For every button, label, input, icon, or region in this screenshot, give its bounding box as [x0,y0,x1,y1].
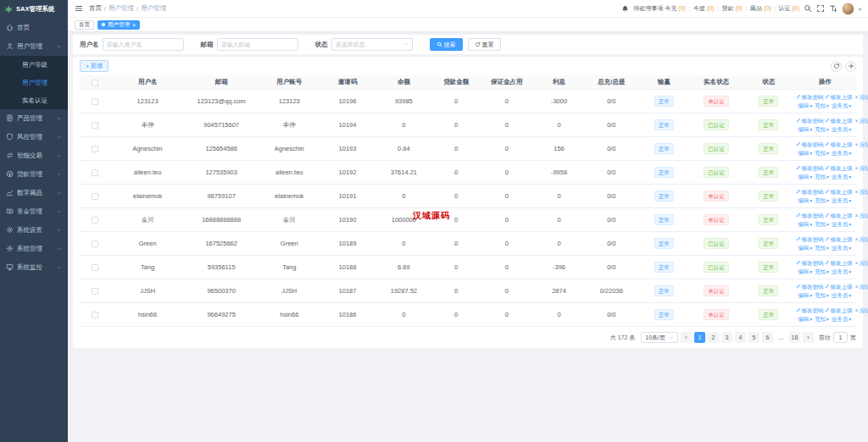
tag-close-icon[interactable]: × [132,22,136,28]
action-edit[interactable]: 编辑 [798,292,809,298]
action-recharge-deduct[interactable]: 充扣 [815,197,826,203]
font-size-icon[interactable] [829,4,837,13]
fullscreen-icon[interactable] [816,4,825,13]
action-change-password[interactable]: 修改密码 [802,94,824,100]
action-edit[interactable]: 编辑 [798,102,809,108]
action-salesman[interactable]: 业务员 [832,221,849,227]
action-freeze[interactable]: 冻结 [859,165,868,171]
sidebar-item[interactable]: 系统管理 [0,240,68,258]
refresh-icon[interactable] [831,61,842,72]
sidebar-item[interactable]: 风控管理 [0,128,68,146]
sidebar-item[interactable]: 首页 [0,19,68,37]
action-edit[interactable]: 编辑 [798,316,809,322]
row-checkbox[interactable] [92,146,98,152]
sidebar-item[interactable]: 资金管理 [0,202,68,221]
action-edit[interactable]: 编辑 [798,268,809,274]
action-salesman[interactable]: 业务员 [832,268,849,274]
action-salesman[interactable]: 业务员 [832,245,849,251]
search-button[interactable]: 搜索 [430,38,463,51]
sidebar-item[interactable]: 产品管理 [0,109,68,128]
action-edit[interactable]: 编辑 [798,174,809,180]
page-button[interactable]: 6 [762,332,773,343]
action-recharge-deduct[interactable]: 充扣 [815,292,826,298]
action-salesman[interactable]: 业务员 [832,316,849,322]
select-all-checkbox[interactable] [92,80,98,86]
action-change-parent[interactable]: 修改上级 [831,284,853,290]
sidebar-item[interactable]: 系统监控 [0,258,68,277]
action-freeze[interactable]: 冻结 [859,236,868,242]
action-change-password[interactable]: 修改密码 [802,236,824,242]
row-checkbox[interactable] [92,217,98,224]
action-change-password[interactable]: 修改密码 [802,260,824,266]
action-freeze[interactable]: 冻结 [859,118,868,124]
username-filter-input[interactable] [103,38,184,51]
action-salesman[interactable]: 业务员 [832,102,849,108]
action-freeze[interactable]: 冻结 [859,307,868,313]
sidebar-subitem[interactable]: 实名认证 [0,91,68,109]
row-checkbox[interactable] [92,122,98,129]
add-button[interactable]: + 新增 [80,60,108,72]
page-size-select[interactable]: 10条/页 [641,332,678,343]
reset-button[interactable]: 重置 [468,38,501,51]
action-freeze[interactable]: 冻结 [859,260,868,266]
breadcrumb-item[interactable]: 首页 [89,4,102,13]
action-recharge-deduct[interactable]: 充扣 [815,174,826,180]
row-checkbox[interactable] [92,240,98,247]
user-avatar[interactable] [842,3,854,15]
action-recharge-deduct[interactable]: 充扣 [815,126,826,132]
action-edit[interactable]: 编辑 [798,126,809,132]
action-change-password[interactable]: 修改密码 [802,118,824,124]
action-edit[interactable]: 编辑 [798,245,809,251]
action-freeze[interactable]: 冻结 [859,213,868,218]
action-freeze[interactable]: 冻结 [859,189,868,195]
action-salesman[interactable]: 业务员 [832,292,849,298]
email-filter-input[interactable] [217,38,298,51]
page-button[interactable]: 3 [721,332,732,343]
search-icon[interactable] [804,4,812,13]
page-button[interactable]: 2 [708,332,719,343]
page-button[interactable]: 5 [748,332,760,343]
sidebar-item[interactable]: 用户管理 [0,37,68,56]
action-salesman[interactable]: 业务员 [832,174,849,180]
sidebar-item[interactable]: 贷款管理 [0,165,68,184]
action-freeze[interactable]: 冻结 [859,94,868,100]
action-salesman[interactable]: 业务员 [832,126,849,132]
action-change-password[interactable]: 修改密码 [802,165,824,171]
action-recharge-deduct[interactable]: 充扣 [815,316,826,322]
action-freeze[interactable]: 冻结 [859,284,868,290]
sidebar-item[interactable]: 智能交易 [0,146,68,165]
row-checkbox[interactable] [92,288,98,295]
page-button[interactable]: 4 [735,332,746,343]
breadcrumb-item[interactable]: 用户管理 [108,4,134,13]
action-recharge-deduct[interactable]: 充扣 [815,221,826,227]
action-salesman[interactable]: 业务员 [832,150,849,156]
action-edit[interactable]: 编辑 [798,150,809,156]
action-change-parent[interactable]: 修改上级 [831,236,853,242]
hamburger-icon[interactable] [75,4,83,13]
action-recharge-deduct[interactable]: 充扣 [815,102,826,108]
status-filter-select[interactable]: 请选择状态 [331,38,413,51]
prev-page-button[interactable]: ‹ [681,332,692,343]
page-button[interactable]: 1 [694,332,705,343]
action-change-password[interactable]: 修改密码 [802,307,824,313]
row-checkbox[interactable] [92,98,98,105]
action-change-password[interactable]: 修改密码 [802,141,824,147]
action-change-parent[interactable]: 修改上级 [831,189,853,195]
action-recharge-deduct[interactable]: 充扣 [815,245,826,251]
action-salesman[interactable]: 业务员 [832,197,849,203]
avatar-caret-icon[interactable]: ▾ [859,6,861,12]
row-checkbox[interactable] [92,193,98,200]
action-recharge-deduct[interactable]: 充扣 [815,268,826,274]
next-page-button[interactable]: › [803,332,814,343]
action-change-parent[interactable]: 修改上级 [831,260,853,266]
row-checkbox[interactable] [92,169,98,176]
action-change-parent[interactable]: 修改上级 [831,307,853,313]
sidebar-item[interactable]: 系统设置 [0,221,68,240]
action-change-parent[interactable]: 修改上级 [831,94,853,100]
action-recharge-deduct[interactable]: 充扣 [815,150,826,156]
goto-page-input[interactable] [833,332,848,343]
action-change-password[interactable]: 修改密码 [802,213,824,218]
bell-icon[interactable] [621,5,629,13]
action-edit[interactable]: 编辑 [798,197,809,203]
action-freeze[interactable]: 冻结 [859,141,868,147]
